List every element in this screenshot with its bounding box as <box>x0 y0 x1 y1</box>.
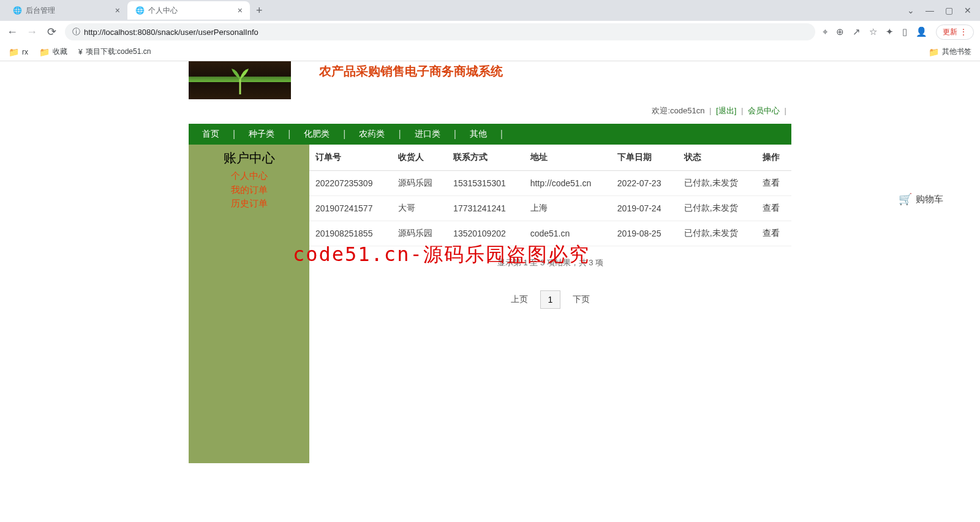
nav-item[interactable]: 化肥类 <box>290 129 343 140</box>
table-cell: 2019-08-25 <box>611 221 678 246</box>
table-cell: code51.cn <box>524 221 611 246</box>
logo-image <box>189 61 291 99</box>
table-row: 202207235309源码乐园15315315301http://code51… <box>309 171 791 196</box>
page-number-current[interactable]: 1 <box>540 290 561 309</box>
address-bar: ← → ⟳ ⓘ http://localhost:8080/snack/user… <box>0 21 980 43</box>
nav-item[interactable]: 种子类 <box>235 129 288 140</box>
close-window-icon[interactable]: ✕ <box>964 6 971 15</box>
next-page-button[interactable]: 下页 <box>567 290 596 309</box>
nav-item[interactable]: 进口类 <box>401 129 454 140</box>
sidepanel-icon[interactable]: ▯ <box>902 26 907 37</box>
table-row: 201907241577大哥17731241241上海2019-07-24已付款… <box>309 196 791 221</box>
sidebar-link-orders[interactable]: 我的订单 <box>189 183 309 197</box>
minimize-icon[interactable]: — <box>925 6 934 15</box>
table-header: 状态 <box>678 145 756 171</box>
site-title: 农产品采购销售电子商务商城系统 <box>319 64 503 78</box>
orders-table: 订单号收货人联系方式地址下单日期状态操作 202207235309源码乐园153… <box>309 145 791 246</box>
table-cell: 17731241241 <box>447 196 524 221</box>
table-cell: 已付款,未发货 <box>678 171 756 196</box>
maximize-icon[interactable]: ▢ <box>945 6 953 15</box>
window-controls: ⌄ — ▢ ✕ <box>907 6 980 15</box>
globe-icon: 🌐 <box>135 6 145 15</box>
sidebar-title: 账户中心 <box>189 149 309 167</box>
cart-button[interactable]: 🛒 购物车 <box>899 192 943 206</box>
table-header: 操作 <box>756 145 791 171</box>
page-header: 农产品采购销售电子商务商城系统 <box>189 61 791 99</box>
nav-separator: | <box>343 129 345 140</box>
table-row: 201908251855源码乐园13520109202code51.cn2019… <box>309 221 791 246</box>
sidebar: 账户中心 个人中心 我的订单 历史订单 <box>189 145 309 463</box>
info-icon: ⓘ <box>72 26 80 37</box>
bookmark-folder-fav[interactable]: 📁 收藏 <box>39 47 67 57</box>
url-input[interactable]: ⓘ http://localhost:8080/snack/user/userP… <box>65 23 815 40</box>
site-icon: ¥ <box>78 48 83 56</box>
bookmark-star-icon[interactable]: ☆ <box>869 26 877 37</box>
view-link[interactable]: 查看 <box>763 228 780 238</box>
table-cell: 已付款,未发货 <box>678 196 756 221</box>
sidebar-link-personal[interactable]: 个人中心 <box>189 169 309 183</box>
table-header: 地址 <box>524 145 611 171</box>
reload-button[interactable]: ⟳ <box>45 25 58 39</box>
table-cell: 13520109202 <box>447 221 524 246</box>
extensions-icon[interactable]: ✦ <box>886 26 894 37</box>
sidebar-link-history[interactable]: 历史订单 <box>189 197 309 211</box>
main-content: 订单号收货人联系方式地址下单日期状态操作 202207235309源码乐园153… <box>309 145 791 463</box>
table-cell: 201908251855 <box>309 221 392 246</box>
dropdown-icon[interactable]: ⌄ <box>907 6 914 15</box>
close-icon[interactable]: × <box>238 6 243 15</box>
user-bar: 欢迎:code51cn | [退出] | 会员中心 | <box>189 105 791 116</box>
table-cell: 源码乐园 <box>392 171 447 196</box>
bookmark-link-code51[interactable]: ¥ 项目下载:code51.cn <box>78 47 151 57</box>
table-header: 下单日期 <box>611 145 678 171</box>
back-button[interactable]: ← <box>6 26 18 39</box>
tab-title: 个人中心 <box>148 6 234 16</box>
nav-separator: | <box>398 129 401 140</box>
other-bookmarks[interactable]: 📁 其他书签 <box>929 47 971 57</box>
pagination: 上页 1 下页 <box>309 290 791 309</box>
table-cell: 源码乐园 <box>392 221 447 246</box>
key-icon[interactable]: ⌖ <box>823 26 827 37</box>
pagination-info: 显示第 1 至 3 项结果，共 3 项 <box>309 257 791 268</box>
close-icon[interactable]: × <box>115 6 120 15</box>
table-cell: http://code51.cn <box>524 171 611 196</box>
nav-item[interactable]: 首页 <box>189 129 233 140</box>
folder-icon: 📁 <box>929 47 939 57</box>
table-cell: 已付款,未发货 <box>678 221 756 246</box>
table-header: 订单号 <box>309 145 392 171</box>
welcome-text: 欢迎:code51cn <box>652 106 704 115</box>
translate-icon[interactable]: ⊕ <box>836 26 844 37</box>
share-icon[interactable]: ↗ <box>853 26 861 37</box>
new-tab-button[interactable]: + <box>250 4 269 17</box>
nav-separator: | <box>288 129 290 140</box>
bookmark-folder-rx[interactable]: 📁 rx <box>9 47 28 57</box>
table-cell: 201907241577 <box>309 196 392 221</box>
table-cell: 大哥 <box>392 196 447 221</box>
table-cell: 上海 <box>524 196 611 221</box>
logout-link[interactable]: [退出] <box>716 106 736 115</box>
tab-bar: 🌐 后台管理 × 🌐 个人中心 × + ⌄ — ▢ ✕ <box>0 0 980 21</box>
table-cell: 15315315301 <box>447 171 524 196</box>
table-cell: 2019-07-24 <box>611 196 678 221</box>
view-link[interactable]: 查看 <box>763 203 780 213</box>
table-header: 联系方式 <box>447 145 524 171</box>
member-center-link[interactable]: 会员中心 <box>748 106 780 115</box>
forward-button[interactable]: → <box>26 26 38 39</box>
update-button[interactable]: 更新 ⋮ <box>936 25 974 40</box>
prev-page-button[interactable]: 上页 <box>505 290 534 309</box>
table-cell: 202207235309 <box>309 171 392 196</box>
browser-tab-1[interactable]: 🌐 后台管理 × <box>5 1 127 20</box>
cart-icon: 🛒 <box>899 192 912 206</box>
nav-separator: | <box>454 129 456 140</box>
nav-separator: | <box>233 129 235 140</box>
cart-label: 购物车 <box>916 194 943 205</box>
table-header: 收货人 <box>392 145 447 171</box>
browser-tab-2[interactable]: 🌐 个人中心 × <box>127 1 250 20</box>
folder-icon: 📁 <box>39 47 50 57</box>
nav-item[interactable]: 其他 <box>456 129 500 140</box>
profile-icon[interactable]: 👤 <box>916 26 927 37</box>
view-link[interactable]: 查看 <box>763 178 780 187</box>
bookmarks-bar: 📁 rx 📁 收藏 ¥ 项目下载:code51.cn 📁 其他书签 <box>0 43 980 61</box>
globe-icon: 🌐 <box>12 6 22 15</box>
nav-item[interactable]: 农药类 <box>345 129 398 140</box>
folder-icon: 📁 <box>9 47 19 57</box>
